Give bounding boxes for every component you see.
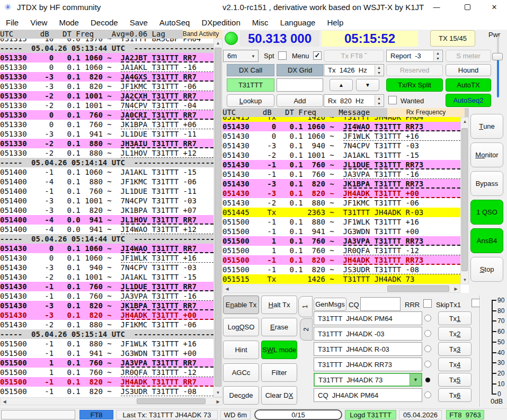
tx5-radio-selected[interactable] — [425, 378, 430, 382]
tx2-button[interactable]: Tx 2 — [438, 327, 472, 341]
decode-row[interactable]: 051330 0 0.1 1060 ~ JA2JBT T31TTT RR7 — [0, 53, 214, 62]
band-select[interactable]: 6m ▼ — [223, 50, 259, 62]
tx-freq-spinbox[interactable]: Tx 1426 Hz ▲▼ — [324, 64, 384, 76]
bypass-button[interactable]: Bypass — [470, 171, 503, 196]
tx6-message-field[interactable]: CQ JH4ADK PM64 — [314, 388, 422, 402]
decode-row[interactable]: 051500 -1 0.1 880 ~ JF1WLK T31TTT +16 — [0, 339, 214, 348]
decode-row[interactable]: 051500 -1 0.1 941 ~ JG3WDN T31TTT +00 — [0, 348, 214, 358]
pwr-slider-handle[interactable] — [492, 53, 503, 60]
decode-row[interactable]: 051400 -4 0.0 941 ~ JL1HOV T31TTT RR7 — [0, 215, 214, 225]
lookup-button[interactable]: Lookup — [227, 94, 274, 107]
decode-row[interactable]: 051330 -3 0.1 820 ~ JA4GXS T31TTT RR7 — [0, 72, 214, 82]
one-qso-button[interactable]: 1 QSO — [470, 200, 503, 225]
tx6-button[interactable]: Tx 6 — [438, 388, 472, 402]
decode-row[interactable]: 051430 -3 0.1 820 ~ JK1BPA T31TTT RR7 — [0, 301, 214, 310]
decode-row[interactable]: 051430 -3 0.1 820 ~ JK1BPA T31TTT RR73 — [223, 179, 460, 189]
autotx-button[interactable]: AutoTX — [446, 78, 491, 92]
hscroll-thumb[interactable] — [387, 285, 449, 292]
decode-row[interactable]: 051400 -1 0.1 1060 ~ JA1AKL T31TTT -15 — [0, 167, 214, 177]
spinner-arrows-icon[interactable]: ▲▼ — [375, 65, 383, 75]
close-icon[interactable]: ✕ — [482, 0, 507, 15]
tx3-button[interactable]: Tx 3 — [438, 342, 472, 356]
tx1-button[interactable]: Tx 1 — [438, 311, 472, 325]
tx-message-row[interactable]: 051515 Tx 1426 ~ T31TTT JH4ADK 73 — [223, 274, 460, 284]
decode-row[interactable]: 051430 0 0.1 1060 ~ JF1WLK T31TTT +16 — [0, 253, 214, 263]
freq-up-button[interactable]: ▲ — [330, 79, 353, 91]
decode-row[interactable]: 051500 -1 0.1 820 ~ JH4ADK T31TTT RR73 — [223, 255, 460, 265]
pwr-slider[interactable] — [490, 35, 505, 100]
tx1-radio[interactable] — [424, 315, 431, 321]
decode-row[interactable]: 051430 -1 0.1 760 ~ JL1DUE T31TTT RR7 — [0, 282, 214, 291]
scroll-right-icon[interactable]: ▶ — [452, 285, 460, 293]
log-qso-button[interactable]: Log QSO — [223, 318, 259, 336]
decode-row[interactable]: 051500 -1 0.1 941 ~ JG3WDN T31TTT +00 — [223, 227, 460, 236]
skiptx1-checkbox[interactable] — [472, 299, 480, 307]
tab-msgset-1[interactable]: 1 — [298, 296, 313, 317]
tab-msgset-2[interactable]: 2 — [300, 318, 313, 341]
hint-button[interactable]: Hint — [223, 341, 259, 359]
scroll-up-icon[interactable]: ▲ — [461, 118, 469, 126]
menu-checkbox[interactable]: ✓ — [313, 51, 322, 60]
tx6-radio[interactable] — [424, 391, 431, 398]
tx1-message-field[interactable]: T31TTT JH4ADK PM64 — [314, 311, 422, 325]
decode-row[interactable]: 051430 -2 0.1 880 ~ JF1KMC T31TTT -06 — [223, 198, 460, 208]
decode-row[interactable]: 051400 -4 0.0 941 ~ JI4WAO T31TTT +12 — [0, 225, 214, 234]
decode-row[interactable]: 051500 1 0.1 760 ~ JR0QFA T31TTT -12 — [223, 246, 460, 255]
clear-dx-button[interactable]: Clear DX — [261, 386, 297, 405]
tx-message-row[interactable]: 051415 Tx 1426 ~ T31TTT JH4ADK PM64 — [223, 117, 460, 122]
erase-button[interactable]: Erase — [261, 318, 297, 336]
minimize-icon[interactable]: — — [424, 0, 449, 15]
decode-row[interactable]: 051400 -3 0.1 820 ~ JK1BPA T31TTT +07 — [0, 205, 214, 215]
tx2-radio[interactable] — [424, 330, 431, 337]
band-activity-list[interactable]: 051315 10 0.0 1970 ~ T31TTT 8A5CBF PM04-… — [0, 39, 214, 397]
decode-row[interactable]: 051500 1 0.1 760 ~ JA3VPA T31TTT RR73 — [223, 236, 460, 246]
genmsgs-button[interactable]: GenMsgs — [314, 298, 346, 311]
tx4-button[interactable]: Tx 4 — [438, 358, 472, 371]
menu-decode[interactable]: Decode — [85, 16, 124, 29]
hound-button[interactable]: Hound — [446, 64, 491, 76]
decode-row[interactable]: 051500 -1 0.1 880 ~ JF1WLK T31TTT +16 — [223, 217, 460, 227]
hscroll-thumb[interactable] — [137, 398, 206, 404]
tx3-radio[interactable] — [424, 345, 431, 352]
decode-row[interactable]: 051430 -3 0.1 820 ~ JH4ADK T31TTT +00 — [0, 310, 214, 320]
decode-row[interactable]: 051315 10 0.0 1970 ~ T31TTT 8A5CBF PM04 — [0, 39, 214, 43]
vscroll-thumb[interactable] — [461, 128, 468, 271]
add-button[interactable]: Add — [277, 94, 323, 107]
tx4-message-field[interactable]: T31TTT JH4ADK RR73 — [314, 358, 422, 371]
tx-message-row[interactable]: 051445 Tx 2363 ~ T31TTT JH4ADK R-03 — [223, 208, 460, 217]
rx-frequency-list[interactable]: 051415 Tx 1426 ~ T31TTT JH4ADK PM6405143… — [223, 117, 460, 284]
scroll-down-icon[interactable]: ▼ — [461, 276, 469, 284]
menu-save[interactable]: Save — [124, 16, 154, 29]
tx5-message-combo[interactable]: T31TTT JH4ADK 73 ▼ — [314, 373, 422, 387]
dx-grid-field[interactable] — [277, 78, 323, 92]
menu-autoseq[interactable]: AutoSeq — [154, 16, 196, 29]
decode-row[interactable]: 051430 0 0.1 1060 ~ JF1WLK T31TTT +16 — [223, 131, 460, 141]
decode-row[interactable]: 051330 0 0.1 1060 ~ JA1AKL T31TTT -16 — [0, 62, 214, 72]
spinner-arrows-icon[interactable]: ▲▼ — [375, 95, 383, 106]
decode-row[interactable]: 051500 -1 0.1 820 ~ JS3UDR T31TTT -08 — [0, 387, 214, 396]
tx4-radio[interactable] — [424, 361, 431, 368]
spinner-arrows-icon[interactable]: ▲▼ — [433, 51, 442, 61]
rrr-checkbox[interactable] — [423, 299, 432, 308]
decode-row[interactable]: 051330 -3 0.1 941 ~ JL1DUE T31TTT -11 — [0, 129, 214, 139]
decode-row[interactable]: 051430 0 0.1 1060 ~ JI4WAO T31TTT RR73 — [223, 122, 460, 131]
decode-row[interactable]: 051430 0 0.1 1060 ~ JI4WAO T31TTT RR7 — [0, 244, 214, 253]
decode-row[interactable]: 051430 -3 0.1 820 ~ JH4ADK T31TTT +00 — [223, 189, 460, 198]
menu-view[interactable]: View — [24, 16, 53, 29]
tx3-message-field[interactable]: T31TTT JH4ADK R-03 — [314, 342, 422, 356]
band-activity-hscrollbar[interactable]: ◀ ▶ — [0, 397, 223, 405]
spt-checkbox[interactable] — [278, 51, 287, 60]
decode-row[interactable]: 051330 -2 0.1 1001 ~ JA2CXH T31TTT RR7 — [0, 91, 214, 101]
decode-row[interactable]: 051400 -4 0.1 880 ~ JF1KMC T31TTT -06 — [0, 177, 214, 186]
decode-row[interactable]: 051400 -1 0.1 760 ~ JL1DUE T31TTT -11 — [0, 186, 214, 196]
agcc-button[interactable]: AGCc — [223, 363, 259, 382]
menu-file[interactable]: File — [0, 16, 24, 29]
chevron-down-icon[interactable]: ▼ — [410, 374, 421, 386]
scroll-left-icon[interactable]: ◀ — [1, 398, 8, 406]
rx-frequency-vscrollbar[interactable]: ▲ ▼ — [460, 117, 469, 284]
scroll-up-icon[interactable]: ▲ — [214, 39, 222, 47]
halt-tx-button[interactable]: Halt Tx — [261, 296, 297, 314]
ansb4-button[interactable]: AnsB4 — [470, 228, 503, 253]
decode-row[interactable]: 051330 -2 0.1 1001 ~ 7N4CPV T31TTT -04 — [0, 101, 214, 110]
monitor-button[interactable]: Monitor — [470, 142, 503, 167]
